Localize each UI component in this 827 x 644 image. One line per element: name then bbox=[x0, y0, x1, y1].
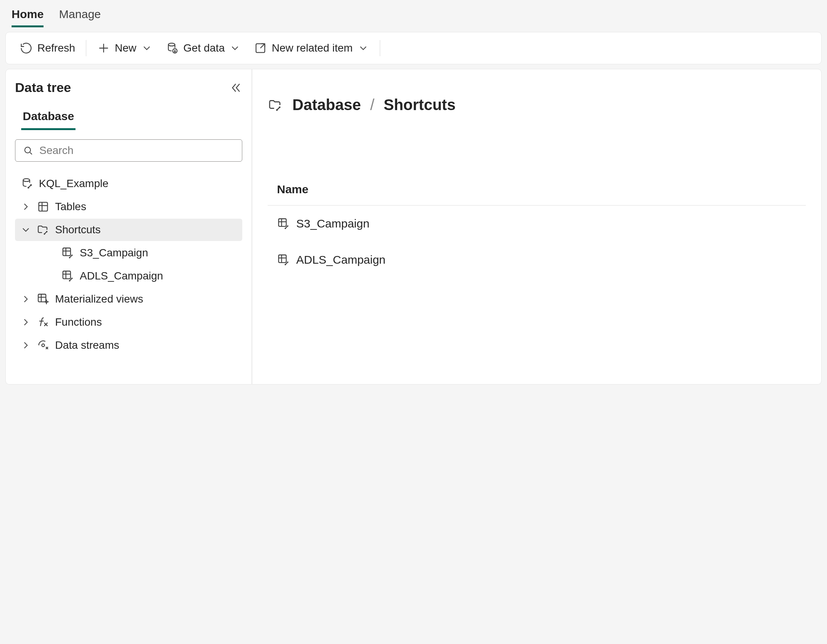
tree-node-functions[interactable]: Functions bbox=[15, 311, 242, 333]
tree-leaf-label: ADLS_Campaign bbox=[80, 270, 163, 282]
collapse-sidebar-icon[interactable] bbox=[229, 81, 242, 94]
chevron-right-icon bbox=[20, 316, 32, 328]
search-icon bbox=[22, 145, 34, 156]
table-row[interactable]: ADLS_Campaign bbox=[268, 242, 806, 278]
table-shortcut-icon bbox=[61, 269, 74, 283]
function-icon bbox=[37, 316, 50, 329]
tree-node-data-streams[interactable]: Data streams bbox=[15, 334, 242, 356]
chevron-down-icon bbox=[141, 42, 153, 54]
tab-home[interactable]: Home bbox=[12, 8, 44, 27]
toolbar-divider bbox=[380, 40, 380, 56]
plus-icon bbox=[97, 42, 110, 55]
tree-node-label: Shortcuts bbox=[55, 224, 101, 236]
new-related-button[interactable]: New related item bbox=[250, 39, 372, 57]
tree-leaf-shortcut[interactable]: S3_Campaign bbox=[15, 242, 242, 264]
search-input[interactable] bbox=[39, 144, 235, 157]
open-external-icon bbox=[254, 42, 267, 55]
tree-leaf-shortcut[interactable]: ADLS_Campaign bbox=[15, 265, 242, 287]
database-download-icon bbox=[166, 42, 179, 55]
row-name: ADLS_Campaign bbox=[296, 253, 386, 266]
breadcrumb-current: Shortcuts bbox=[384, 96, 456, 114]
folder-shortcut-icon bbox=[268, 97, 283, 113]
row-name: S3_Campaign bbox=[296, 217, 369, 230]
content-pane: Database / Shortcuts Name S3_Campaign AD… bbox=[252, 69, 822, 385]
table-shortcut-icon bbox=[277, 217, 290, 230]
refresh-label: Refresh bbox=[37, 42, 75, 54]
breadcrumb: Database / Shortcuts bbox=[268, 96, 806, 114]
chevron-right-icon bbox=[20, 340, 32, 351]
new-label: New bbox=[115, 42, 136, 54]
toolbar: Refresh New Get data New related item bbox=[5, 32, 822, 64]
get-data-button[interactable]: Get data bbox=[162, 39, 245, 57]
table-shortcut-icon bbox=[61, 246, 74, 259]
table-shortcut-icon bbox=[277, 253, 290, 266]
tree-node-label: Tables bbox=[55, 201, 86, 213]
tree-root-database[interactable]: KQL_Example bbox=[15, 172, 242, 195]
tree-root-label: KQL_Example bbox=[39, 177, 109, 190]
refresh-button[interactable]: Refresh bbox=[16, 39, 79, 57]
tab-manage[interactable]: Manage bbox=[59, 8, 101, 27]
new-button[interactable]: New bbox=[93, 39, 156, 57]
refresh-icon bbox=[20, 42, 33, 55]
toolbar-divider bbox=[86, 40, 86, 56]
chevron-right-icon bbox=[20, 293, 32, 305]
new-related-label: New related item bbox=[272, 42, 352, 54]
chevron-down-icon bbox=[357, 42, 369, 54]
tree-leaf-label: S3_Campaign bbox=[80, 247, 148, 259]
folder-shortcut-icon bbox=[37, 223, 50, 236]
sidebar: Data tree Database KQL_Example Tables Sh… bbox=[5, 69, 252, 385]
chevron-right-icon bbox=[20, 201, 32, 212]
tree-node-tables[interactable]: Tables bbox=[15, 196, 242, 218]
data-stream-icon bbox=[37, 339, 50, 352]
sidebar-tab-database[interactable]: Database bbox=[21, 104, 75, 130]
column-header-name[interactable]: Name bbox=[268, 183, 806, 206]
tree-node-shortcuts[interactable]: Shortcuts bbox=[15, 219, 242, 241]
chevron-down-icon bbox=[229, 42, 241, 54]
tree-node-label: Materialized views bbox=[55, 293, 143, 305]
database-link-icon bbox=[20, 177, 34, 190]
tree-node-materialized-views[interactable]: Materialized views bbox=[15, 288, 242, 310]
breadcrumb-root[interactable]: Database bbox=[292, 96, 361, 114]
get-data-label: Get data bbox=[183, 42, 225, 54]
tree-node-label: Functions bbox=[55, 316, 102, 328]
table-icon bbox=[37, 200, 50, 213]
chevron-down-icon bbox=[20, 224, 32, 236]
materialized-view-icon bbox=[37, 293, 50, 306]
data-tree: KQL_Example Tables Shortcuts S3_Campaign… bbox=[15, 172, 242, 356]
search-box[interactable] bbox=[15, 139, 242, 162]
breadcrumb-separator: / bbox=[370, 96, 374, 114]
sidebar-title: Data tree bbox=[15, 80, 71, 95]
tree-node-label: Data streams bbox=[55, 339, 119, 351]
table-row[interactable]: S3_Campaign bbox=[268, 206, 806, 242]
